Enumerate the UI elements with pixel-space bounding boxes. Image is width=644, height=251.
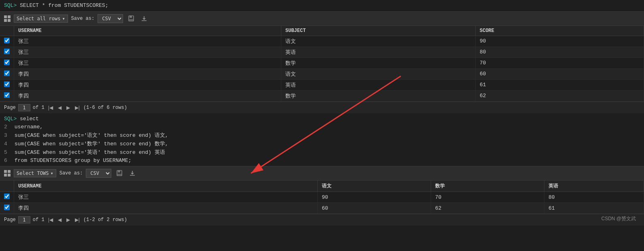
- sql-prompt-2: SQL>: [4, 116, 17, 122]
- page-last-2[interactable]: ▶|: [74, 217, 81, 223]
- results-table-2: USERNAME 语文 数学 英语 张三 90 70 80 李四 60 62 6…: [0, 181, 644, 214]
- sql-line-6: from STUDENTSCORES group by USERNAME;: [11, 157, 131, 164]
- save-as-label-1: Save as:: [71, 16, 95, 21]
- cell-col2: 70: [431, 192, 544, 203]
- cell-username: 李四: [14, 90, 281, 101]
- grid-icon-2: [4, 170, 11, 177]
- save-button-2[interactable]: [115, 169, 124, 177]
- cell-col3: 80: [544, 192, 644, 203]
- cell-username: 李四: [14, 68, 281, 79]
- download-button-2[interactable]: [128, 169, 137, 177]
- select-rows-chevron-1: ▾: [62, 16, 65, 21]
- save-button-1[interactable]: [126, 15, 136, 23]
- svg-rect-1: [130, 16, 132, 18]
- page-of-2: of 1: [33, 217, 45, 223]
- table-row: 张三 语文 90: [0, 36, 644, 47]
- col-header-zh-2: 语文: [318, 181, 431, 192]
- row-checkbox[interactable]: [0, 68, 14, 79]
- cell-username: 李四: [14, 203, 318, 214]
- page-next-1[interactable]: ▶: [65, 105, 71, 111]
- sql-line-2: username,: [11, 124, 43, 130]
- cell-subject: 语文: [281, 36, 476, 47]
- page-rows-info-1: (1-6 of 6 rows): [83, 105, 127, 111]
- row-checkbox[interactable]: [0, 203, 14, 214]
- cell-subject: 语文: [281, 68, 476, 79]
- sql-line-3: sum(CASE when subject='语文' then score en…: [11, 132, 168, 138]
- grid-icon-1: [4, 15, 11, 22]
- cell-col1: 60: [318, 203, 431, 214]
- row-checkbox[interactable]: [0, 36, 14, 47]
- pagination-1: Page of 1 |◀ ◀ ▶ ▶| (1-6 of 6 rows): [0, 102, 644, 113]
- col-header-username-2: USERNAME: [14, 181, 318, 192]
- save-as-label-2: Save as:: [60, 170, 83, 176]
- col-header-username-1: USERNAME: [14, 26, 281, 36]
- page-prev-1[interactable]: ◀: [57, 105, 63, 111]
- select-rows-chevron-2: ▾: [50, 170, 53, 176]
- select-rows-label-1: Select all rows: [17, 16, 60, 21]
- table-row: 李四 英语 61: [0, 79, 644, 90]
- page-last-1[interactable]: ▶|: [74, 105, 81, 111]
- cell-score: 62: [476, 90, 644, 101]
- row-checkbox[interactable]: [0, 90, 14, 101]
- col-header-score-1: SCORE: [476, 26, 644, 36]
- toolbar-1: Select all rows ▾ Save as: CSV TSV JSON: [0, 11, 644, 26]
- row-checkbox[interactable]: [0, 47, 14, 57]
- sql-line-4: sum(CASE when subject='数学' then score en…: [11, 141, 168, 147]
- cell-col3: 61: [544, 203, 644, 214]
- watermark: CSDN @赟文武: [601, 215, 636, 222]
- sql-line-5: sum(CASE when subject='英语' then score en…: [11, 149, 165, 155]
- svg-rect-5: [117, 174, 121, 175]
- col-header-checkbox-1: [0, 26, 14, 36]
- row-checkbox[interactable]: [0, 79, 14, 90]
- select-rows-dropdown-1[interactable]: Select all rows ▾: [14, 15, 68, 23]
- page-label-1: Page: [4, 105, 16, 111]
- table-row: 李四 数学 62: [0, 90, 644, 101]
- cell-score: 70: [476, 57, 644, 68]
- cell-username: 李四: [14, 79, 281, 90]
- cell-username: 张三: [14, 57, 281, 68]
- table-row: 张三 英语 80: [0, 47, 644, 57]
- page-label-2: Page: [4, 217, 16, 223]
- svg-rect-2: [129, 19, 133, 21]
- col-header-subject-1: SUBJECT: [281, 26, 476, 36]
- table-row: 张三 数学 70: [0, 57, 644, 68]
- select-rows-dropdown-2[interactable]: Select TOWS ▾: [14, 169, 56, 177]
- table-row: 张三 90 70 80: [0, 192, 644, 203]
- table-row: 李四 60 62 61: [0, 203, 644, 214]
- csv-format-select-2[interactable]: CSV TSV JSON: [86, 169, 111, 178]
- sql-query-1: SELECT * from STUDENTSCORES;: [20, 2, 108, 9]
- cell-subject: 英语: [281, 79, 476, 90]
- sql-prompt-1: SQL>: [4, 2, 17, 9]
- row-checkbox[interactable]: [0, 57, 14, 68]
- sql-line-0: select: [20, 116, 39, 122]
- page-of-1: of 1: [33, 105, 45, 111]
- cell-col1: 90: [318, 192, 431, 203]
- sql-block-2: SQL> select 2 username, 3 sum(CASE when …: [0, 113, 644, 166]
- cell-score: 61: [476, 79, 644, 90]
- svg-rect-4: [118, 170, 120, 172]
- page-prev-2[interactable]: ◀: [57, 217, 63, 223]
- toolbar-2: Select TOWS ▾ Save as: CSV TSV JSON: [0, 166, 644, 181]
- cell-score: 60: [476, 68, 644, 79]
- page-first-2[interactable]: |◀: [47, 217, 54, 223]
- cell-subject: 数学: [281, 57, 476, 68]
- cell-username: 张三: [14, 47, 281, 57]
- table-row: 李四 语文 60: [0, 68, 644, 79]
- row-checkbox[interactable]: [0, 192, 14, 203]
- page-first-1[interactable]: |◀: [47, 105, 54, 111]
- page-input-2[interactable]: [18, 216, 30, 223]
- cell-score: 90: [476, 36, 644, 47]
- cell-subject: 数学: [281, 90, 476, 101]
- col-header-shu-2: 数学: [431, 181, 544, 192]
- download-button-1[interactable]: [139, 15, 149, 23]
- csv-format-select-1[interactable]: CSV TSV JSON: [98, 14, 123, 23]
- cell-col2: 62: [431, 203, 544, 214]
- page-next-2[interactable]: ▶: [65, 217, 71, 223]
- cell-username: 张三: [14, 192, 318, 203]
- cell-username: 张三: [14, 36, 281, 47]
- col-header-checkbox-2: [0, 181, 14, 192]
- cell-subject: 英语: [281, 47, 476, 57]
- page-rows-info-2: (1-2 of 2 rows): [83, 217, 127, 223]
- select-rows-label-2: Select TOWS: [17, 170, 49, 176]
- page-input-1[interactable]: [18, 104, 30, 111]
